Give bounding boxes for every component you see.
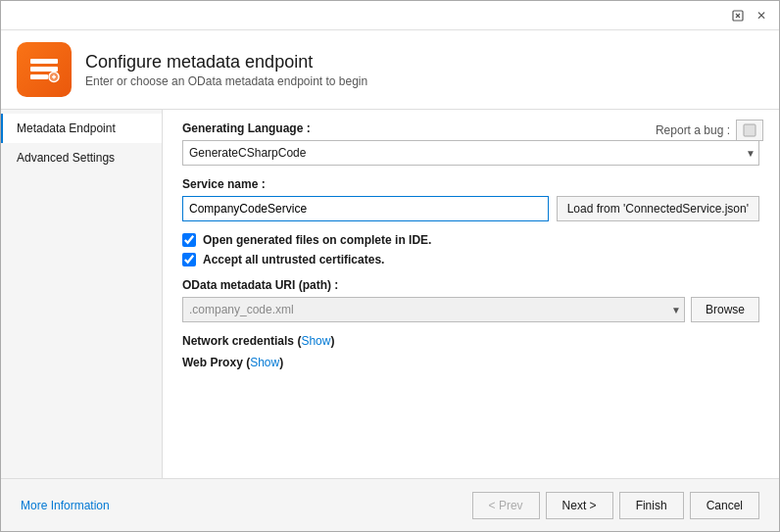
uri-input-wrapper: ▼: [182, 297, 685, 322]
network-credentials-label: Network credentials: [182, 334, 294, 348]
title-bar: ✕: [1, 1, 779, 30]
open-files-checkbox[interactable]: [182, 233, 196, 247]
checkbox-row-2: Accept all untrusted certificates.: [182, 253, 759, 266]
close-button[interactable]: ✕: [752, 6, 771, 25]
svg-rect-4: [30, 67, 58, 72]
report-bug-label: Report a bug :: [656, 123, 730, 137]
network-credentials-show-link[interactable]: Show: [301, 334, 330, 348]
checkboxes-group: Open generated files on complete in IDE.…: [182, 233, 759, 266]
uri-label: OData metadata URI (path) :: [182, 278, 759, 292]
uri-row: ▼ Browse: [182, 297, 759, 322]
checkbox-row-1: Open generated files on complete in IDE.: [182, 233, 759, 247]
report-bug-button[interactable]: [736, 120, 763, 141]
svg-rect-3: [30, 59, 58, 64]
sidebar-item-advanced-settings[interactable]: Advanced Settings: [1, 143, 162, 172]
accept-certs-checkbox[interactable]: [182, 253, 196, 266]
report-bug-area: Report a bug :: [656, 120, 763, 141]
service-name-input[interactable]: [182, 196, 549, 221]
load-json-button[interactable]: Load from 'ConnectedService.json': [557, 196, 759, 221]
content-panel: Report a bug : Generating Language : Gen…: [163, 110, 779, 478]
more-information-link[interactable]: More Information: [21, 499, 110, 512]
finish-button[interactable]: Finish: [619, 492, 684, 519]
main-window: ✕ Configure metadata endpoint Enter or c…: [0, 0, 780, 532]
service-name-label: Service name :: [182, 177, 759, 191]
main-area: Metadata Endpoint Advanced Settings Repo…: [1, 110, 779, 478]
sidebar-item-metadata-endpoint[interactable]: Metadata Endpoint: [1, 114, 162, 143]
header-title: Configure metadata endpoint: [85, 52, 367, 73]
open-files-label: Open generated files on complete in IDE.: [203, 233, 431, 247]
accept-certs-label: Accept all untrusted certificates.: [203, 253, 384, 266]
uri-input[interactable]: [182, 297, 685, 322]
cancel-button[interactable]: Cancel: [690, 492, 759, 519]
header-text: Configure metadata endpoint Enter or cho…: [85, 52, 367, 88]
header: Configure metadata endpoint Enter or cho…: [1, 30, 779, 110]
service-name-group: Service name : Load from 'ConnectedServi…: [182, 177, 759, 221]
app-icon: [17, 42, 72, 97]
prev-button[interactable]: < Prev: [472, 492, 540, 519]
service-name-row: Load from 'ConnectedService.json': [182, 196, 759, 221]
pin-button[interactable]: [728, 6, 748, 25]
web-proxy-label: Web Proxy: [182, 356, 243, 369]
footer-left: More Information: [21, 498, 110, 512]
uri-group: OData metadata URI (path) : ▼ Browse: [182, 278, 759, 322]
next-button[interactable]: Next >: [546, 492, 613, 519]
sidebar: Metadata Endpoint Advanced Settings: [1, 110, 163, 478]
network-credentials-row: Network credentials (Show): [182, 334, 759, 348]
web-proxy-row: Web Proxy (Show): [182, 356, 759, 369]
footer: More Information < Prev Next > Finish Ca…: [1, 478, 779, 531]
header-subtitle: Enter or choose an OData metadata endpoi…: [85, 74, 367, 88]
svg-rect-9: [744, 124, 756, 136]
svg-rect-5: [30, 74, 48, 79]
generating-language-select[interactable]: GenerateCSharpCode GenerateVBCode: [182, 140, 759, 166]
browse-button[interactable]: Browse: [691, 297, 759, 322]
generating-language-dropdown-wrapper: GenerateCSharpCode GenerateVBCode ▼: [182, 140, 759, 166]
web-proxy-show-link[interactable]: Show: [250, 356, 279, 369]
footer-right: < Prev Next > Finish Cancel: [472, 492, 759, 519]
